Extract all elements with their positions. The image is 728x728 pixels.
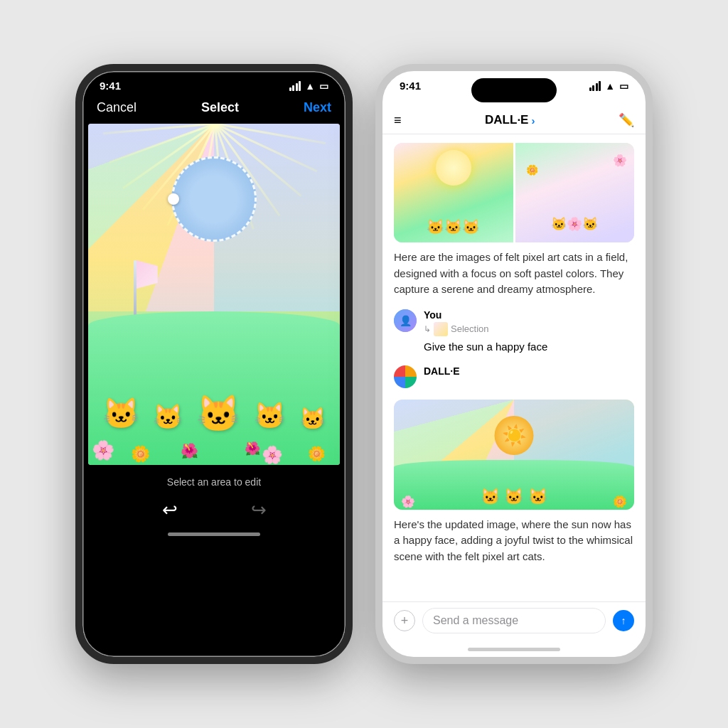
cancel-button[interactable]: Cancel xyxy=(97,100,136,115)
reply-arrow-icon: ↳ xyxy=(424,324,431,334)
redo-button[interactable]: ↪ xyxy=(251,499,267,521)
dalle-avatar xyxy=(394,365,417,388)
signal-icon xyxy=(289,81,301,91)
left-status-icons: ▲ ▭ xyxy=(289,80,328,92)
bottom-action-bar: ↩ ↪ xyxy=(82,493,346,524)
battery-icon: ▭ xyxy=(319,80,328,92)
generated-image-2[interactable]: 🐱🌸🐱 🌸 🌼 xyxy=(515,143,635,242)
next-button[interactable]: Next xyxy=(304,100,331,115)
message-placeholder: Send a message xyxy=(433,614,518,627)
sun-selection-circle[interactable] xyxy=(171,156,257,242)
flower-3: 🌺 xyxy=(181,442,198,459)
selection-reference: ↳ Selection xyxy=(424,322,547,336)
chat-input-bar: + Send a message ↑ xyxy=(382,601,646,645)
cat-image-canvas: 🌸 🌼 🌺 🌸 🌼 🌺 🐱 🐱 🐱 🐱 🐱 xyxy=(88,124,340,465)
send-button[interactable]: ↑ xyxy=(613,610,634,631)
compose-icon[interactable]: ✏️ xyxy=(619,112,634,128)
edit-hint-text: Select an area to edit xyxy=(82,465,346,493)
updated-generated-image[interactable]: ☀️ 🐱 🐱 🐱 🌸 🌼 xyxy=(394,400,634,510)
right-nav-bar: ≡ DALL·E › ✏️ xyxy=(382,109,646,134)
selection-handle[interactable] xyxy=(168,193,179,205)
user-avatar: 👤 xyxy=(394,309,417,332)
cats-layer: 🐱 🐱 🐱 🐱 🐱 xyxy=(88,393,340,431)
undo-button[interactable]: ↩ xyxy=(162,499,178,521)
dalle-message-row: DALL·E xyxy=(394,365,634,388)
selection-ref-label: Selection xyxy=(451,323,488,334)
sidebar-toggle-icon[interactable]: ≡ xyxy=(394,113,402,128)
dalle-response-2-text: Here's the updated image, where the sun … xyxy=(394,517,634,565)
left-status-bar: 9:41 ▲ ▭ xyxy=(82,71,346,95)
flower-2: 🌼 xyxy=(131,445,150,464)
dalle-sender-label: DALL·E xyxy=(424,365,460,377)
left-nav-bar: Cancel Select Next xyxy=(82,95,346,124)
left-time: 9:41 xyxy=(100,80,121,92)
flower-6: 🌺 xyxy=(245,441,260,456)
add-attachment-button[interactable]: + xyxy=(394,610,415,631)
dynamic-island xyxy=(471,78,557,102)
right-status-icons: ▲ ▭ xyxy=(589,80,628,92)
user-message-text: Give the sun a happy face xyxy=(424,339,547,354)
message-input[interactable]: Send a message xyxy=(422,608,606,633)
left-phone: 9:41 ▲ ▭ Cancel Select Next xyxy=(75,64,353,664)
selection-thumbnail xyxy=(434,322,448,336)
chat-scroll-area[interactable]: 🐱🐱🐱 🐱🌸🐱 🌸 🌼 Here are the images of felt … xyxy=(382,134,646,601)
user-message-row: 👤 You ↳ Selection Give the sun a happy f… xyxy=(394,309,634,354)
right-time: 9:41 xyxy=(400,80,421,92)
right-battery-icon: ▭ xyxy=(619,80,628,92)
flower-4: 🌸 xyxy=(262,445,283,465)
right-wifi-icon: ▲ xyxy=(605,80,615,92)
home-indicator xyxy=(168,532,260,536)
cat-pink: 🐱 xyxy=(102,396,139,431)
right-home-indicator xyxy=(468,648,560,651)
cat-gray-1: 🐱 xyxy=(153,402,183,431)
flower-1: 🌸 xyxy=(92,439,114,461)
cat-white: 🐱 xyxy=(299,406,326,431)
status-area: 9:41 ▲ ▭ xyxy=(382,71,646,109)
chat-title: DALL·E › xyxy=(485,113,535,127)
right-signal-icon xyxy=(589,81,601,91)
user-sender-label: You xyxy=(424,309,547,321)
chat-title-text: DALL·E xyxy=(485,113,528,127)
dalle-response-1-text: Here are the images of felt pixel art ca… xyxy=(394,250,634,298)
cat-gray-large: 🐱 xyxy=(196,393,240,434)
cat-gray-2: 🐱 xyxy=(254,401,286,431)
flower-5: 🌼 xyxy=(308,445,326,462)
generated-images-grid: 🐱🐱🐱 🐱🌸🐱 🌸 🌼 xyxy=(394,143,634,242)
dalle-message-content: DALL·E xyxy=(424,365,460,378)
wifi-icon: ▲ xyxy=(305,80,315,92)
user-message-content: You ↳ Selection Give the sun a happy fac… xyxy=(424,309,547,354)
generated-image-1[interactable]: 🐱🐱🐱 xyxy=(394,143,513,242)
edit-image-area[interactable]: 🌸 🌼 🌺 🌸 🌼 🌺 🐱 🐱 🐱 🐱 🐱 xyxy=(88,124,340,465)
select-label: Select xyxy=(201,100,239,115)
chevron-right-icon[interactable]: › xyxy=(531,114,535,127)
right-phone: 9:41 ▲ ▭ ≡ DALL·E › xyxy=(375,64,653,664)
